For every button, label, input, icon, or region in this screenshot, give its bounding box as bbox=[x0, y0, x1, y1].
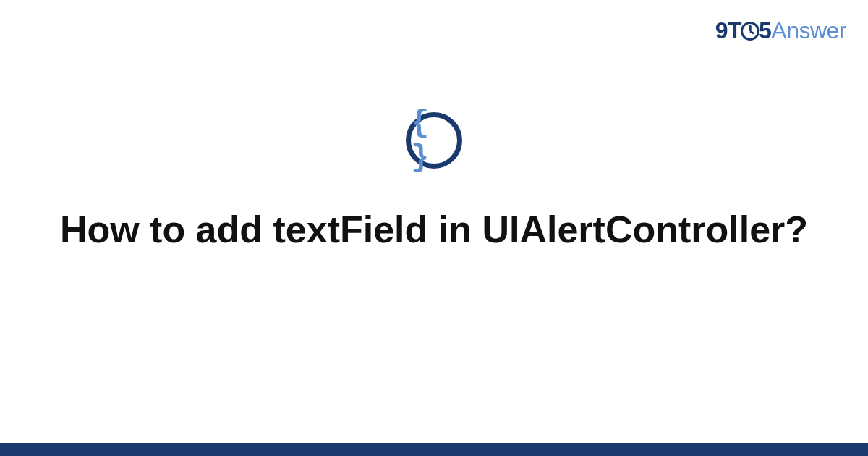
clock-icon bbox=[741, 22, 760, 41]
logo-nine: 9 bbox=[715, 17, 728, 43]
logo-t: T bbox=[728, 17, 741, 43]
code-braces-icon: { } bbox=[406, 112, 462, 169]
footer-bar bbox=[0, 443, 868, 456]
logo-answer: Answer bbox=[771, 17, 846, 43]
braces-glyph: { } bbox=[411, 106, 457, 175]
logo-five: 5 bbox=[759, 17, 771, 43]
question-title: How to add textField in UIAlertControlle… bbox=[0, 206, 868, 253]
site-logo[interactable]: 9T5Answer bbox=[715, 17, 846, 44]
